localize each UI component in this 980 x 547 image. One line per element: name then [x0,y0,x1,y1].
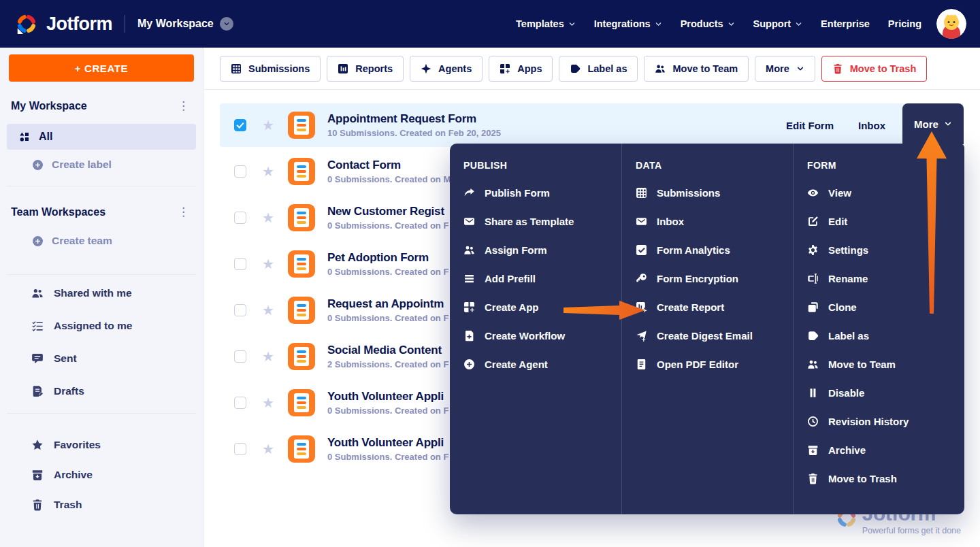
row-checkbox[interactable] [234,165,246,178]
sidebar-nav-group: Shared with me Assigned to me Sent Draft… [0,275,203,408]
menu-item-view[interactable]: View [807,178,964,207]
menu-item-clone[interactable]: Clone [807,293,964,321]
more-button[interactable]: More [755,56,815,82]
menu-item-archive[interactable]: Archive [807,435,964,464]
row-checkbox[interactable] [234,212,246,224]
nav-link-products[interactable]: Products [681,18,735,29]
row-checkbox[interactable] [234,258,246,270]
sidebar-item-drafts[interactable]: Drafts [0,375,203,408]
menu-item-form-encryption[interactable]: Form Encryption [636,264,793,293]
reports-button[interactable]: Reports [327,56,404,82]
star-icon[interactable]: ★ [262,165,274,178]
form-context-menu: PUBLISH Publish Form Share as Template A… [450,144,964,514]
form-subtitle: 10 Submissions. Created on Feb 20, 2025 [327,128,501,138]
menu-item-publish-form[interactable]: Publish Form [463,178,621,207]
nav-link-enterprise[interactable]: Enterprise [821,18,870,29]
menu-item-inbox[interactable]: Inbox [636,207,793,235]
menu-item-create-digest-email[interactable]: Create Digest Email [636,321,793,350]
menu-item-open-pdf-editor[interactable]: Open PDF Editor [636,350,793,378]
agents-button[interactable]: Agents [410,56,483,82]
sidebar-item-label: Drafts [54,385,84,397]
star-icon[interactable]: ★ [262,118,274,132]
menu-item-submissions[interactable]: Submissions [636,178,793,207]
workspace-switcher[interactable]: My Workspace [137,17,233,31]
form-title: Appointment Request Form [327,112,501,126]
kebab-menu-icon[interactable]: ⋮ [178,209,189,216]
form-row-appointment-request[interactable]: ★ Appointment Request Form 10 Submission… [220,103,964,147]
row-checkbox[interactable] [234,350,246,363]
edit-form-action[interactable]: Edit Form [786,103,834,147]
row-more-button-open[interactable]: More [902,103,964,144]
star-icon[interactable]: ★ [262,396,274,410]
star-icon[interactable]: ★ [262,303,274,317]
submissions-button[interactable]: Submissions [220,56,321,82]
menu-item-label-as[interactable]: Label as [807,321,964,350]
menu-item-assign-form[interactable]: Assign Form [463,235,621,264]
nav-link-templates[interactable]: Templates [516,18,576,29]
kebab-menu-icon[interactable]: ⋮ [178,103,189,110]
menu-item-label: Edit [828,216,847,227]
menu-item-share-as-template[interactable]: Share as Template [463,207,621,235]
menu-item-form-analytics[interactable]: Form Analytics [636,235,793,264]
sidebar-item-create-label[interactable]: Create label [0,159,203,171]
form-thumbnail[interactable] [288,435,315,463]
sidebar-item-shared-with-me[interactable]: Shared with me [0,277,203,310]
create-button[interactable]: + CREATE [9,54,194,82]
chevron-down-icon [728,20,735,28]
form-thumbnail[interactable] [288,297,315,324]
menu-item-create-report[interactable]: Create Report [636,293,793,321]
row-checkbox[interactable] [234,304,246,316]
sidebar-item-create-team[interactable]: Create team [0,235,203,247]
sidebar-item-sent[interactable]: Sent [0,342,203,375]
archive-icon [807,444,819,456]
share-arrow-icon [463,187,475,199]
user-avatar[interactable] [936,9,966,39]
nav-link-support[interactable]: Support [753,18,803,29]
form-thumbnail[interactable] [288,250,315,278]
menu-item-label: Label as [828,330,869,342]
menu-item-create-agent[interactable]: Create Agent [463,350,621,378]
sidebar-item-all[interactable]: All [7,124,196,150]
apps-button[interactable]: Apps [489,56,553,82]
row-checkbox[interactable] [234,119,246,131]
menu-item-create-workflow[interactable]: Create Workflow [463,321,621,350]
form-thumbnail[interactable] [288,343,315,370]
inbox-action[interactable]: Inbox [858,103,885,147]
nav-link-integrations[interactable]: Integrations [594,18,662,29]
menu-item-revision-history[interactable]: Revision History [807,407,964,435]
menu-item-rename[interactable]: Rename [807,264,964,293]
move-to-team-button[interactable]: Move to Team [644,56,749,82]
star-icon[interactable]: ★ [262,211,274,225]
sidebar-item-archive[interactable]: Archive [0,460,203,490]
menu-item-move-to-trash[interactable]: Move to Trash [807,464,964,493]
row-checkbox[interactable] [234,443,246,455]
menu-item-edit[interactable]: Edit [807,207,964,235]
stack-icon [463,273,475,284]
menu-item-move-to-team[interactable]: Move to Team [807,350,964,378]
menu-item-settings[interactable]: Settings [807,235,964,264]
jotform-logo[interactable]: Jotform [15,12,112,35]
sidebar-item-trash[interactable]: Trash [0,490,203,520]
navbar-divider [125,15,125,33]
label-as-button[interactable]: Label as [559,56,638,82]
sidebar-item-assigned-to-me[interactable]: Assigned to me [0,310,203,342]
move-to-trash-button[interactable]: Move to Trash [821,56,928,82]
star-icon[interactable]: ★ [262,442,274,456]
form-thumbnail[interactable] [288,112,315,139]
nav-link-label: Integrations [594,18,651,29]
menu-item-disable[interactable]: Disable [807,378,964,407]
form-thumbnail[interactable] [288,389,315,416]
star-icon[interactable]: ★ [262,350,274,363]
sidebar-item-favorites[interactable]: Favorites [0,430,203,460]
workspace-chevron-badge[interactable] [220,17,233,31]
plus-circle-icon [32,235,44,247]
row-checkbox[interactable] [234,397,246,409]
form-thumbnail[interactable] [288,204,315,231]
form-thumbnail[interactable] [288,158,315,185]
menu-item-create-app[interactable]: Create App [463,293,621,321]
rename-icon [807,273,819,284]
sidebar-item-label: Sent [54,352,77,365]
star-icon[interactable]: ★ [262,257,274,271]
nav-link-pricing[interactable]: Pricing [888,18,921,29]
menu-item-add-prefill[interactable]: Add Prefill [463,264,621,293]
